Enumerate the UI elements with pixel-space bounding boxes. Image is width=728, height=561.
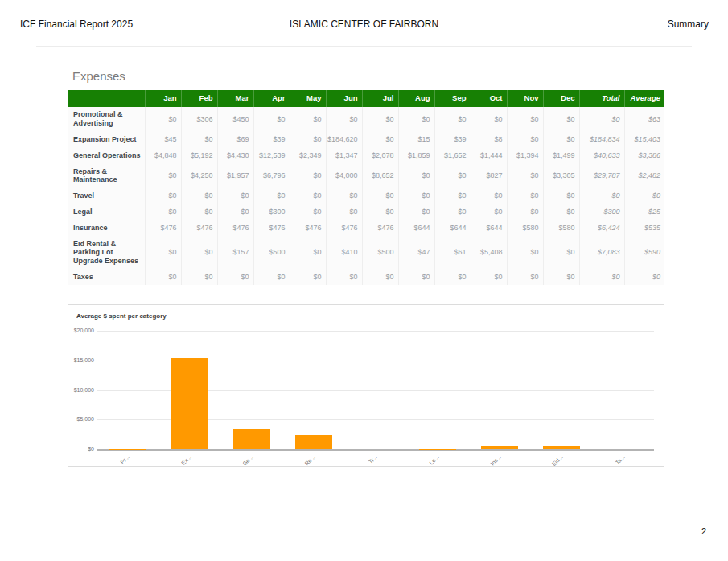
column-header: Nov <box>507 90 543 107</box>
cell-total: $0 <box>579 107 624 132</box>
cell-value: $0 <box>290 236 326 269</box>
cell-value: $39 <box>434 132 471 148</box>
cell-value: $0 <box>434 163 471 188</box>
cell-value: $0 <box>434 204 471 221</box>
cell-value: $644 <box>471 220 507 236</box>
cell-value: $0 <box>290 188 326 204</box>
cell-average: $0 <box>624 269 664 285</box>
cell-value: $476 <box>217 220 253 236</box>
cell-total: $184,834 <box>579 132 624 148</box>
x-tick-label: Ta... <box>603 454 626 477</box>
cell-value: $476 <box>253 220 290 236</box>
cell-value: $4,430 <box>217 147 253 163</box>
table-row: Promotional & Advertising$0$306$450$0$0$… <box>68 107 664 132</box>
cell-total: $29,787 <box>579 163 624 188</box>
cell-value: $0 <box>290 107 326 132</box>
cell-value: $0 <box>362 107 398 132</box>
table-row: Insurance$476$476$476$476$476$476$476$64… <box>68 220 664 236</box>
table-row: General Operations$4,848$5,192$4,430$12,… <box>68 147 664 163</box>
chart-plot: $0$5,000$10,000$15,000$20,000Pr...Ex...G… <box>97 331 654 449</box>
table-row: Eid Rental & Parking Lot Upgrade Expense… <box>68 236 664 269</box>
cell-value: $580 <box>543 220 579 236</box>
cell-value: $500 <box>362 236 398 269</box>
expenses-table-body: Promotional & Advertising$0$306$450$0$0$… <box>68 107 664 285</box>
column-header: Jun <box>326 90 362 107</box>
cell-value: $0 <box>181 269 217 285</box>
cell-value: $0 <box>145 236 181 269</box>
page-number: 2 <box>701 526 706 536</box>
cell-value: $69 <box>217 132 253 148</box>
x-tick-label: Ge... <box>231 454 254 477</box>
row-label: Insurance <box>68 220 145 236</box>
y-tick-label: $0 <box>70 446 94 452</box>
column-header: Apr <box>253 90 290 107</box>
cell-value: $0 <box>471 107 507 132</box>
cell-value: $644 <box>398 220 434 236</box>
cell-value: $0 <box>181 236 217 269</box>
org-name: ISLAMIC CENTER OF FAIRBORN <box>0 19 728 30</box>
table-row: Legal$0$0$0$300$0$0$0$0$0$0$0$0$300$25 <box>68 204 664 221</box>
cell-value: $0 <box>362 204 398 221</box>
cell-total: $300 <box>579 204 624 221</box>
cell-value: $0 <box>507 107 543 132</box>
cell-value: $0 <box>398 204 434 221</box>
cell-total: $7,083 <box>579 236 624 269</box>
cell-value: $0 <box>217 204 253 221</box>
corner-header <box>68 90 145 107</box>
cell-value: $0 <box>507 236 543 269</box>
column-header: Feb <box>181 90 217 107</box>
cell-value: $45 <box>145 132 181 148</box>
column-header: Total <box>579 90 624 107</box>
cell-value: $0 <box>362 188 398 204</box>
cell-value: $5,408 <box>471 236 507 269</box>
cell-value: $0 <box>434 269 471 285</box>
column-header: Mar <box>217 90 253 107</box>
cell-value: $476 <box>326 220 362 236</box>
x-tick-label: Pr... <box>107 454 130 477</box>
cell-value: $0 <box>181 204 217 221</box>
cell-value: $6,796 <box>253 163 290 188</box>
average-expense-chart: Average $ spent per category $0$5,000$10… <box>68 304 664 467</box>
row-label: Expansion Project <box>68 132 145 148</box>
cell-value: $0 <box>145 269 181 285</box>
cell-value: $2,078 <box>362 147 398 163</box>
bar <box>543 446 580 449</box>
column-header: Dec <box>543 90 579 107</box>
cell-total: $0 <box>579 188 624 204</box>
x-tick-label: Tr... <box>355 454 378 477</box>
cell-value: $0 <box>253 188 290 204</box>
x-tick-label: Eid... <box>541 454 564 477</box>
cell-average: $0 <box>624 188 664 204</box>
cell-value: $0 <box>253 107 290 132</box>
cell-value: $15 <box>398 132 434 148</box>
y-tick-label: $5,000 <box>70 416 94 422</box>
cell-value: $0 <box>398 188 434 204</box>
column-header: May <box>290 90 326 107</box>
cell-average: $2,482 <box>624 163 664 188</box>
cell-value: $300 <box>253 204 290 221</box>
table-row: Taxes$0$0$0$0$0$0$0$0$0$0$0$0$0$0 <box>68 269 664 285</box>
cell-value: $61 <box>434 236 471 269</box>
cell-value: $0 <box>326 107 362 132</box>
cell-value: $0 <box>543 236 579 269</box>
gridline <box>97 331 654 332</box>
cell-value: $184,620 <box>326 132 362 148</box>
bar <box>233 429 270 449</box>
row-label: General Operations <box>68 147 145 163</box>
cell-value: $827 <box>471 163 507 188</box>
cell-value: $0 <box>145 204 181 221</box>
cell-value: $450 <box>217 107 253 132</box>
cell-value: $8,652 <box>362 163 398 188</box>
cell-value: $1,444 <box>471 147 507 163</box>
cell-value: $0 <box>217 269 253 285</box>
header-divider <box>36 46 692 47</box>
cell-value: $0 <box>507 204 543 221</box>
table-row: Travel$0$0$0$0$0$0$0$0$0$0$0$0$0$0 <box>68 188 664 204</box>
cell-value: $0 <box>543 107 579 132</box>
bar <box>481 446 518 449</box>
table-row: Repairs & Maintenance$0$4,250$1,957$6,79… <box>68 163 664 188</box>
column-header: Oct <box>471 90 507 107</box>
bar <box>171 358 208 449</box>
cell-value: $500 <box>253 236 290 269</box>
cell-value: $0 <box>434 107 471 132</box>
